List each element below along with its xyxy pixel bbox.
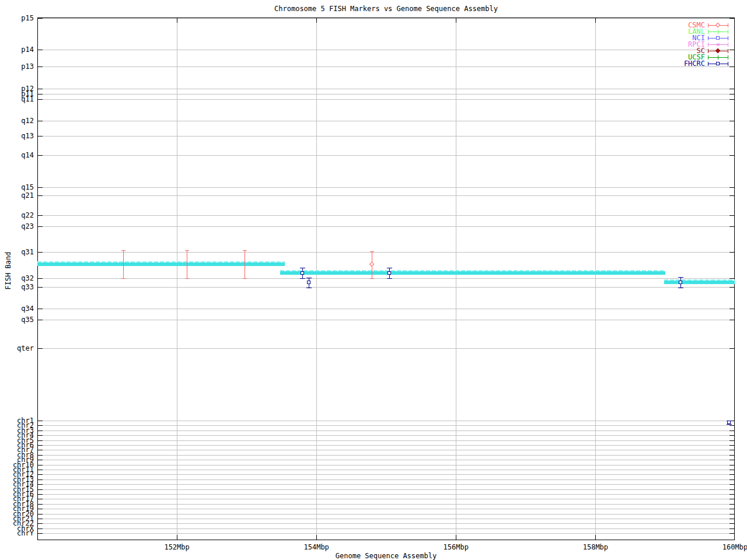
legend-sample-cap: [728, 55, 728, 60]
legend-NCI-square-marker: [716, 36, 720, 40]
legend-sample-cap: [708, 43, 708, 47]
FHCRC-square-marker: [388, 271, 391, 275]
FHCRC-square-marker: [727, 421, 731, 424]
assembly-band-body: [37, 262, 285, 266]
ytick-label-q14: q14: [0, 152, 34, 159]
FHCRC-errorbar-cap: [300, 268, 305, 268]
FHCRC-errorbar-cap: [387, 268, 392, 268]
legend-sample-cap: [728, 49, 728, 53]
legend-sample-cap: [708, 23, 708, 27]
ytick-label-p15: p15: [0, 15, 34, 22]
ytick-label-q22: q22: [0, 212, 34, 219]
ytick-label-chrY: chrY: [0, 530, 34, 537]
legend-LANL-plus-marker: [718, 30, 718, 34]
ytick-label-q11: q11: [0, 96, 34, 103]
ytick-label-q32: q32: [0, 275, 34, 282]
ytick-label-q33: q33: [0, 284, 34, 290]
CSMC-errorbar-cap: [243, 250, 247, 251]
FHCRC-errorbar-cap: [387, 278, 392, 279]
xtick-label-160Mbp: 160Mbp: [712, 544, 747, 551]
ytick-label-q31: q31: [0, 249, 34, 256]
FHCRC-errorbar-cap: [306, 288, 312, 288]
legend-sample-cap: [708, 49, 708, 53]
xtick-label-154Mbp: 154Mbp: [293, 544, 340, 551]
legend-sample-cap: [708, 55, 708, 60]
CSMC-errorbar: [245, 250, 245, 278]
ytick-label-p14: p14: [0, 46, 34, 53]
legend-sample-cap: [728, 23, 728, 27]
CSMC-errorbar-cap: [185, 250, 189, 251]
CSMC-errorbar-cap: [370, 251, 374, 252]
legend-sample-cap: [708, 62, 708, 66]
legend-sample-cap: [708, 36, 708, 40]
FHCRC-square-marker: [679, 281, 682, 284]
legend-sample-cap: [728, 43, 728, 47]
ytick-label-q35: q35: [0, 316, 34, 323]
ytick-label-p13: p13: [0, 63, 34, 70]
CSMC-errorbar: [123, 250, 124, 278]
ytick-label-q15: q15: [0, 184, 34, 191]
CSMC-errorbar: [187, 250, 187, 278]
legend-sample-cap: [708, 30, 708, 34]
FHCRC-errorbar-cap: [306, 278, 312, 278]
legend-sample-cap: [728, 36, 728, 40]
legend-sample-cap: [728, 30, 728, 34]
CSMC-errorbar-cap: [370, 278, 374, 279]
FHCRC-square-marker: [301, 271, 304, 275]
x-axis-title: Genome Sequence Assembly: [37, 552, 735, 559]
ytick-label-q34: q34: [0, 305, 34, 312]
assembly-band-body: [280, 271, 665, 275]
legend-sample-cap: [728, 62, 728, 66]
CSMC-errorbar-cap: [121, 250, 125, 251]
legend-UCSF-plus-marker: [718, 55, 718, 60]
CSMC-errorbar-cap: [185, 278, 189, 279]
xtick-label-158Mbp: 158Mbp: [572, 544, 619, 551]
assembly-band-body: [664, 281, 735, 284]
CSMC-errorbar-cap: [121, 278, 125, 279]
FHCRC-errorbar-cap: [678, 288, 683, 288]
ytick-label-q23: q23: [0, 223, 34, 230]
xtick-label-156Mbp: 156Mbp: [432, 544, 479, 551]
xtick-label-152Mbp: 152Mbp: [153, 544, 200, 551]
chart-title: Chromosome 5 FISH Markers vs Genome Sequ…: [37, 5, 735, 12]
FHCRC-square-marker: [307, 281, 310, 284]
ytick-label-q13: q13: [0, 132, 34, 139]
CSMC-errorbar-cap: [243, 278, 247, 279]
ytick-label-q12: q12: [0, 117, 34, 124]
legend-label-FHCRC: FHCRC: [647, 60, 705, 67]
ytick-label-q21: q21: [0, 192, 34, 199]
fish-marker-chart: Chromosome 5 FISH Markers vs Genome Sequ…: [0, 0, 747, 560]
legend-FHCRC-square-marker: [716, 62, 720, 65]
FHCRC-errorbar-cap: [727, 424, 732, 425]
ytick-label-qter: qter: [0, 345, 34, 352]
FHCRC-errorbar-cap: [678, 277, 683, 278]
plot-border: [37, 18, 735, 540]
FHCRC-errorbar-cap: [300, 278, 305, 279]
